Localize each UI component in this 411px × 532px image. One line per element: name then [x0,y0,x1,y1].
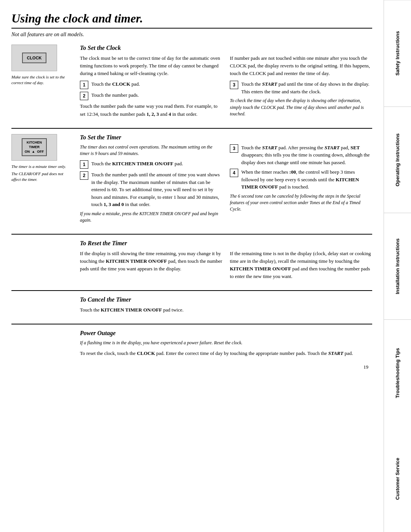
clock-left: CLOCK Make sure the clock is set to the … [11,45,72,121]
clock-section: CLOCK Make sure the clock is set to the … [11,45,372,121]
power-body: To reset the clock, touch the CLOCK pad.… [80,350,372,357]
timer-col-right: 3 Touch the START pad. After pressing th… [230,144,372,227]
clock-right: To Set the Clock The clock must be set t… [80,45,372,121]
clock-divider [11,128,372,129]
timer-italic-note: The timer does not control oven operatio… [80,144,222,157]
cancel-heading: To Cancel the Timer [80,296,372,303]
sidebar-installation: Installation Instructions [384,213,411,320]
timer-step-4: 4 When the timer reaches :00, the contro… [230,168,372,191]
timer-step-text-3: Touch the START pad. After pressing the … [241,144,372,166]
clock-step-num-3: 3 [230,81,238,89]
reset-two-col: If the display is still showing the time… [80,250,372,284]
reset-section: To Reset the Timer If the display is sti… [11,240,372,284]
sidebar-safety-label: Safety Instructions [395,31,400,76]
clock-two-col: The clock must be set to the correct tim… [80,54,372,121]
timer-right-italic: The 6 second tone can be canceled by fol… [230,193,372,213]
sidebar-installation-label: Installation Instructions [395,238,400,294]
timer-step-num-3: 3 [230,144,238,153]
clock-step-num-1: 1 [80,81,88,89]
page-title: Using the clock and timer. [11,11,372,29]
reset-body-left: If the display is still showing the time… [80,250,222,273]
reset-right: To Reset the Timer If the display is sti… [80,240,372,284]
reset-left-spacer [11,240,72,284]
timer-device-box: KITCHENTIMERON ▲ OFF [11,134,57,161]
timer-col-left: The timer does not control oven operatio… [80,144,222,227]
power-italic: If a flashing time is in the display, yo… [80,340,372,346]
clock-col-right: If number pads are not touched within on… [230,54,372,121]
clock-caption: Make sure the clock is set to the correc… [11,74,72,86]
power-section: Power Outage If a flashing time is in th… [11,330,372,360]
timer-step-3: 3 Touch the START pad. After pressing th… [230,144,372,166]
sidebar-operating-label: Operating Instructions [395,133,400,186]
reset-body-right: If the remaining time is not in the disp… [230,250,372,281]
clock-body2: Touch the number pads the same way you r… [80,102,222,118]
clock-step-text-1: Touch the CLOCK pad. [91,80,222,88]
timer-italic-note2: If you make a mistake, press the KITCHEN… [80,211,222,224]
clock-step-text-2: Touch the number pads. [91,91,222,99]
clock-device-label: CLOCK [22,53,46,63]
cancel-right: To Cancel the Timer Touch the KITCHEN TI… [80,296,372,317]
clock-step-num-2: 2 [80,92,88,100]
timer-left: KITCHENTIMERON ▲ OFF The timer is a minu… [11,134,72,227]
timer-step-2: 2 Touch the number pads until the amount… [80,171,222,208]
clock-right-body1: If number pads are not touched within on… [230,54,372,77]
timer-step-text-4: When the timer reaches :00, the control … [241,168,372,191]
clock-step-2: 2 Touch the number pads. [80,91,222,100]
clock-device-box: CLOCK [11,45,57,71]
reset-heading: To Reset the Timer [80,240,372,247]
sidebar-customer: Customer Service [384,426,411,532]
timer-step-text-2: Touch the number pads until the amount o… [91,171,222,208]
timer-caption2: The CLEAR/OFF pad does not affect the ti… [11,171,72,183]
timer-step-text-1: Touch the KITCHEN TIMER ON/OFF pad. [91,160,222,168]
right-sidebar: Safety Instructions Operating Instructio… [384,0,411,532]
main-content: Using the clock and timer. Not all featu… [0,0,384,532]
cancel-section: To Cancel the Timer Touch the KITCHEN TI… [11,296,372,317]
timer-section: KITCHENTIMERON ▲ OFF The timer is a minu… [11,134,372,227]
timer-two-col: The timer does not control oven operatio… [80,144,372,227]
clock-col-left: The clock must be set to the correct tim… [80,54,222,121]
timer-step-num-4: 4 [230,169,238,177]
sidebar-troubleshooting: Troubleshooting Tips [384,320,411,426]
clock-body1: The clock must be set to the correct tim… [80,54,222,77]
clock-step-text-3: Touch the START pad until the time of da… [241,80,372,95]
timer-heading: To Set the Timer [80,134,372,141]
sidebar-customer-label: Customer Service [395,458,400,500]
sidebar-safety: Safety Instructions [384,0,411,107]
sidebar-operating: Operating Instructions [384,107,411,213]
cancel-divider [11,290,372,291]
power-right: Power Outage If a flashing time is in th… [80,330,372,360]
timer-right: To Set the Timer The timer does not cont… [80,134,372,227]
clock-italic-note: To check the time of day when the displa… [230,97,372,117]
reset-col-right: If the remaining time is not in the disp… [230,250,372,284]
cancel-left-spacer [11,296,72,317]
subtitle: Not all features are on all models. [11,32,372,38]
page-wrapper: Using the clock and timer. Not all featu… [0,0,411,532]
power-left-spacer [11,330,72,360]
sidebar-troubleshooting-label: Troubleshooting Tips [395,348,400,398]
clock-step-1: 1 Touch the CLOCK pad. [80,80,222,89]
page-number: 19 [11,364,372,370]
timer-step-1: 1 Touch the KITCHEN TIMER ON/OFF pad. [80,160,222,169]
timer-step-num-1: 1 [80,160,88,169]
power-divider [11,324,372,324]
timer-step-num-2: 2 [80,171,88,180]
clock-heading: To Set the Clock [80,45,372,51]
power-heading: Power Outage [80,330,372,337]
timer-device-label: KITCHENTIMERON ▲ OFF [22,138,47,156]
reset-divider [11,234,372,235]
clock-step-3: 3 Touch the START pad until the time of … [230,80,372,95]
timer-caption1: The timer is a minute timer only. [11,164,72,169]
cancel-body: Touch the KITCHEN TIMER ON/OFF pad twice… [80,306,372,314]
reset-col-left: If the display is still showing the time… [80,250,222,284]
